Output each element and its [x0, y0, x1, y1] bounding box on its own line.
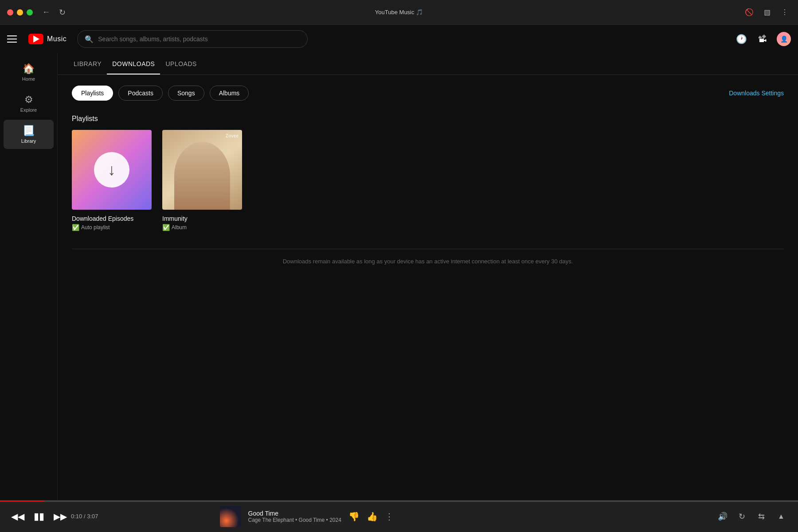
filter-row: Playlists Podcasts Songs Albums Download…: [72, 86, 784, 101]
window-chrome: ← ↻ YouTube Music 🎵 🚫 ▧ ⋮: [0, 0, 798, 25]
track-thumbnail-image: [220, 506, 241, 527]
filter-chip-albums[interactable]: Albums: [210, 86, 249, 101]
tab-uploads[interactable]: UPLOADS: [160, 53, 202, 74]
check-icon-downloaded-episodes: ✅: [72, 224, 79, 231]
avatar[interactable]: 👤: [777, 32, 791, 46]
player-time: 0:10 / 3:07: [71, 513, 98, 520]
content-area: LIBRARY DOWNLOADS UPLOADS Playlists: [58, 53, 798, 500]
window-actions: 🚫 ▧ ⋮: [743, 6, 791, 19]
playlist-name-immunity: Immunity: [162, 215, 242, 222]
sidebar-item-home-label: Home: [22, 76, 35, 82]
shuffle-button[interactable]: ⇆: [755, 510, 768, 523]
downloaded-episodes-thumbnail: ↓: [72, 130, 152, 210]
back-button[interactable]: ←: [40, 6, 52, 19]
playlist-meta-immunity: ✅ Album: [162, 224, 242, 231]
repeat-button[interactable]: ↻: [736, 510, 748, 523]
filter-chip-podcasts[interactable]: Podcasts: [118, 86, 163, 101]
sidebar-item-explore-label: Explore: [20, 107, 37, 113]
tab-library[interactable]: LIBRARY: [68, 53, 107, 74]
history-button[interactable]: 🕐: [734, 32, 748, 46]
hamburger-button[interactable]: [7, 32, 21, 46]
immunity-watermark: Zovee: [226, 133, 239, 138]
downloads-settings-link[interactable]: Downloads Settings: [729, 90, 784, 97]
traffic-lights: [7, 9, 33, 16]
playlist-card-downloaded-episodes[interactable]: ↓ Downloaded Episodes ✅ Auto playlist: [72, 130, 152, 231]
cast-button[interactable]: 📽: [755, 32, 770, 46]
window-title-text: YouTube Music 🎵: [375, 9, 423, 16]
traffic-light-maximize[interactable]: [27, 9, 33, 16]
download-arrow-icon: ↓: [108, 160, 116, 179]
download-circle: ↓: [94, 152, 129, 188]
expand-button[interactable]: ▲: [775, 510, 787, 523]
logo-icon: [28, 34, 43, 44]
window-nav: ← ↻: [40, 6, 68, 19]
window-action-menu[interactable]: ⋮: [778, 6, 791, 19]
search-input[interactable]: [98, 35, 300, 43]
app-container: Music 🔍 🕐 📽 👤 🏠 Home ⚙ Explore 📃: [0, 25, 798, 532]
app-header: Music 🔍 🕐 📽 👤: [0, 25, 798, 53]
player-right-controls: 🔊 ↻ ⇆ ▲: [716, 510, 787, 523]
header-actions: 🕐 📽 👤: [734, 32, 791, 46]
filter-chip-songs[interactable]: Songs: [168, 86, 204, 101]
window-title: YouTube Music 🎵: [375, 9, 423, 16]
hamburger-line-1: [7, 35, 17, 36]
content-inner: Playlists Podcasts Songs Albums Download…: [58, 75, 798, 275]
home-icon: 🏠: [23, 63, 35, 74]
filter-chip-playlists[interactable]: Playlists: [72, 86, 113, 101]
next-button[interactable]: ▶▶: [53, 509, 67, 524]
more-options-button[interactable]: ⋮: [385, 511, 394, 522]
track-title: Good Time: [248, 510, 341, 517]
check-icon-immunity: ✅: [162, 224, 170, 231]
track-subtitle: Cage The Elephant • Good Time • 2024: [248, 517, 341, 523]
window-action-extensions[interactable]: ▧: [761, 6, 773, 19]
hamburger-line-3: [7, 42, 17, 43]
player-controls: ◀◀ ▮▮ ▶▶: [11, 509, 67, 524]
sidebar-item-library-label: Library: [21, 138, 36, 144]
main-body: 🏠 Home ⚙ Explore 📃 Library LIBRARY DOWN: [0, 53, 798, 500]
previous-button[interactable]: ◀◀: [11, 509, 25, 524]
player-track-info: Good Time Cage The Elephant • Good Time …: [220, 506, 394, 527]
traffic-light-close[interactable]: [7, 9, 13, 16]
window-action-privacy[interactable]: 🚫: [743, 6, 755, 19]
library-icon: 📃: [23, 125, 35, 137]
pause-button[interactable]: ▮▮: [32, 509, 46, 524]
dislike-button[interactable]: 👎: [348, 511, 360, 522]
logo-text: Music: [47, 35, 66, 43]
player-bar: ◀◀ ▮▮ ▶▶ 0:10 / 3:07 Good Time Cage The …: [0, 500, 798, 532]
footer-note: Downloads remain available as long as yo…: [72, 249, 784, 265]
track-details: Good Time Cage The Elephant • Good Time …: [248, 510, 341, 523]
sidebar-item-library[interactable]: 📃 Library: [4, 120, 54, 149]
track-thumbnail[interactable]: [220, 506, 241, 527]
immunity-thumbnail: Zovee: [162, 130, 242, 210]
sidebar-item-explore[interactable]: ⚙ Explore: [4, 89, 54, 118]
playlist-name-downloaded-episodes: Downloaded Episodes: [72, 215, 152, 222]
traffic-light-minimize[interactable]: [17, 9, 23, 16]
logo-play-icon: [33, 35, 39, 43]
progress-bar-container[interactable]: [0, 501, 798, 502]
sidebar: 🏠 Home ⚙ Explore 📃 Library: [0, 53, 58, 500]
tab-downloads[interactable]: DOWNLOADS: [107, 53, 160, 74]
immunity-figure: [174, 142, 230, 210]
progress-bar-fill: [0, 501, 44, 502]
playlist-meta-downloaded-episodes: ✅ Auto playlist: [72, 224, 152, 231]
playlists-grid: ↓ Downloaded Episodes ✅ Auto playlist: [72, 130, 784, 231]
playlist-thumb-downloaded-episodes: ↓: [72, 130, 152, 210]
sidebar-item-home[interactable]: 🏠 Home: [4, 58, 54, 87]
refresh-button[interactable]: ↻: [56, 6, 68, 19]
explore-icon: ⚙: [24, 94, 33, 106]
playlist-card-immunity[interactable]: Zovee Immunity ✅ Album: [162, 130, 242, 231]
like-button[interactable]: 👍: [367, 511, 378, 522]
playlist-thumb-immunity: Zovee: [162, 130, 242, 210]
tabs-bar: LIBRARY DOWNLOADS UPLOADS: [58, 53, 798, 75]
search-bar[interactable]: 🔍: [77, 30, 308, 48]
hamburger-line-2: [7, 39, 17, 39]
section-title: Playlists: [72, 115, 784, 123]
volume-button[interactable]: 🔊: [716, 510, 729, 523]
search-icon: 🔍: [85, 35, 94, 43]
logo[interactable]: Music: [28, 34, 66, 44]
